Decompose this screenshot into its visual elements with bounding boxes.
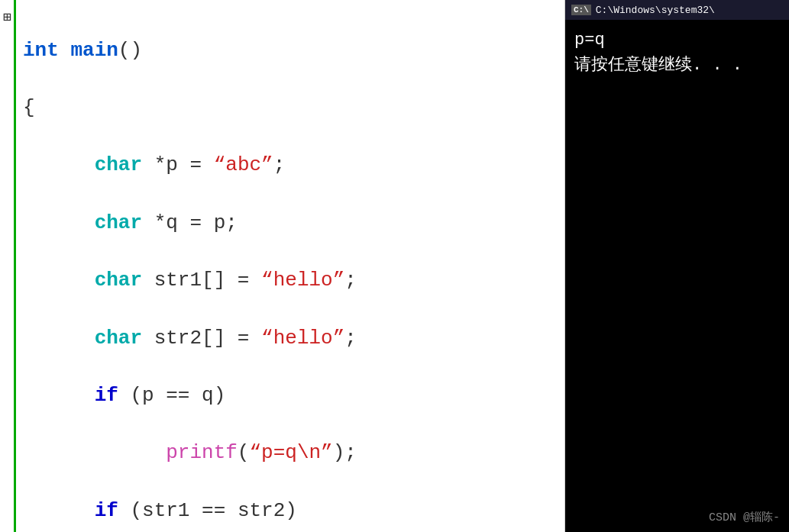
semi-1: ; — [273, 153, 286, 176]
code-line-9: if (str1 == str2) — [23, 497, 557, 526]
printf-1-close: ); — [333, 441, 357, 464]
terminal-footer: CSDN @辎陈- — [565, 505, 789, 532]
var-p-decl: *p = — [154, 153, 214, 176]
collapse-icon: ⊞ — [3, 11, 11, 24]
string-pq: “p=q\n” — [249, 441, 332, 464]
string-hello-2: “hello” — [261, 327, 344, 350]
var-str2-decl: str2[] = — [154, 327, 261, 350]
string-abc: “abc” — [214, 153, 273, 176]
terminal-body: p=q 请按任意键继续. . . — [565, 20, 789, 505]
punct-parens: () — [118, 39, 142, 62]
string-hello-1: “hello” — [261, 269, 344, 292]
code-line-5: char str1[] = “hello”; — [23, 266, 557, 295]
keyword-char-3: char — [95, 269, 142, 292]
code-line-6: char str2[] = “hello”; — [23, 324, 557, 353]
terminal-title: C:\Windows\system32\ — [596, 5, 715, 16]
terminal-panel: C:\ C:\Windows\system32\ p=q 请按任意键继续. . … — [565, 0, 789, 532]
keyword-main: main — [70, 39, 118, 62]
code-panel: ⊞ int main() { char *p = “abc”; char *q … — [0, 0, 565, 532]
semi-2: ; — [344, 269, 357, 292]
keyword-char-1: char — [95, 153, 142, 176]
printf-1: printf — [166, 441, 238, 464]
code-line-4: char *q = p; — [23, 209, 557, 238]
terminal-titlebar: C:\ C:\Windows\system32\ — [565, 0, 789, 20]
code-content: int main() { char *p = “abc”; char *q = … — [0, 0, 564, 532]
terminal-icon: C:\ — [571, 5, 591, 15]
code-line-1: int main() — [23, 37, 557, 66]
code-line-3: char *p = “abc”; — [23, 151, 557, 180]
terminal-output-line2: 请按任意键继续. . . — [574, 53, 780, 78]
keyword-char-2: char — [95, 211, 142, 234]
if-cond-2: (str1 == str2) — [130, 499, 296, 522]
if-cond-1: (p == q) — [130, 384, 225, 407]
var-str1-decl: str1[] = — [154, 269, 261, 292]
keyword-int: int — [23, 39, 59, 62]
printf-1-open: ( — [238, 441, 250, 464]
var-q-decl: *q = p; — [154, 211, 238, 234]
brace-open: { — [23, 96, 35, 119]
keyword-char-4: char — [95, 327, 142, 350]
semi-3: ; — [344, 327, 357, 350]
code-line-8: printf(“p=q\n”); — [23, 439, 557, 468]
keyword-if-2: if — [95, 499, 118, 522]
code-line-2: { — [23, 94, 557, 123]
keyword-if-1: if — [95, 384, 118, 407]
code-line-7: if (p == q) — [23, 382, 557, 411]
terminal-output-line1: p=q — [574, 27, 780, 53]
